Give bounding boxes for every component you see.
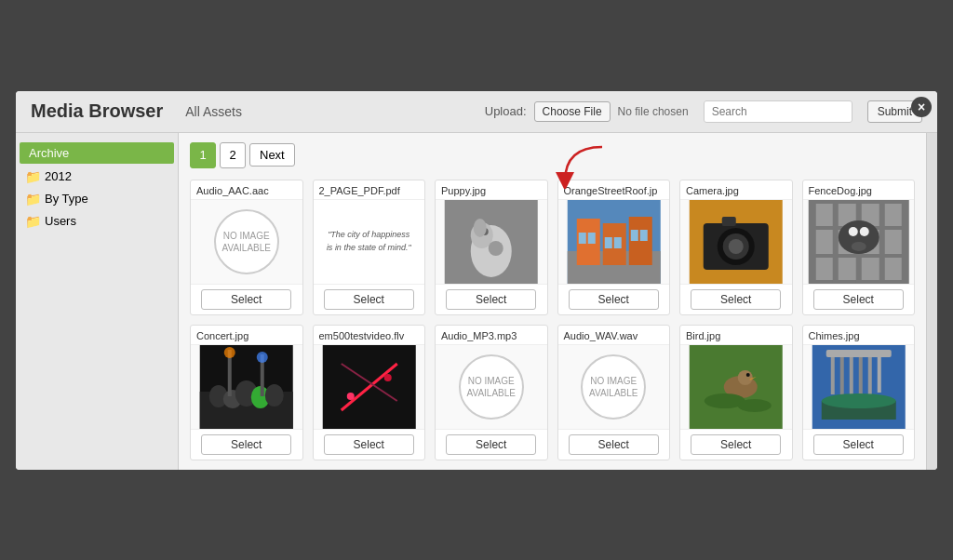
puppy-thumbnail [436, 200, 547, 284]
page-2-button[interactable]: 2 [220, 142, 246, 168]
media-card-thumb-mp3: NO IMAGEAVAILABLE [436, 345, 547, 429]
media-card-bird: Bird.jpg [679, 325, 793, 460]
select-button-mp3[interactable]: Select [446, 434, 536, 455]
svg-point-54 [738, 399, 772, 412]
fencedog-thumbnail [803, 200, 915, 284]
select-button-orangestreet[interactable]: Select [569, 289, 659, 310]
media-card-thumb-camera [680, 200, 792, 284]
upload-section: Upload: Choose File No file chosen [485, 101, 689, 122]
svg-rect-16 [639, 230, 647, 241]
sidebar-item-users-label: Users [45, 214, 76, 228]
svg-point-55 [746, 373, 750, 377]
no-image-placeholder: NO IMAGEAVAILABLE [214, 209, 279, 274]
media-card-name: Audio_AAC.aac [191, 180, 302, 200]
media-card-chimes: Chimes.jpg [802, 325, 916, 460]
scrollbar[interactable] [926, 133, 937, 470]
select-button-puppy[interactable]: Select [446, 289, 536, 310]
select-button-bird[interactable]: Select [691, 434, 781, 455]
svg-point-48 [346, 393, 354, 400]
page-1-button[interactable]: 1 [190, 142, 216, 168]
media-card-select-bird: Select [680, 429, 792, 460]
upload-label: Upload: [485, 104, 527, 118]
media-card-wav: Audio_WAV.wav NO IMAGEAVAILABLE Select [557, 325, 671, 460]
media-card-thumb-puppy [436, 200, 547, 284]
chimes-thumbnail [803, 345, 915, 429]
all-assets-link[interactable]: All Assets [185, 104, 242, 119]
media-card-thumb-bird [680, 345, 792, 429]
select-button-video[interactable]: Select [324, 434, 414, 455]
media-card-name-camera: Camera.jpg [680, 180, 792, 200]
svg-point-40 [265, 384, 284, 407]
media-card-name-fencedog: FenceDog.jpg [803, 180, 915, 200]
media-card-thumb-fencedog [803, 200, 915, 284]
svg-point-65 [821, 393, 895, 408]
no-file-text: No file chosen [618, 105, 689, 118]
modal-body: Archive 📁 2012 📁 By Type 📁 Users [16, 133, 937, 470]
media-card-select-video: Select [314, 429, 425, 460]
search-input[interactable] [704, 100, 852, 123]
media-card-select-wav: Select [558, 429, 670, 460]
media-card-name-orangestreet: OrangeStreetRoof.jp [558, 180, 670, 200]
media-card-audio-aac: Audio_AAC.aac NO IMAGEAVAILABLE Select [190, 180, 303, 315]
close-button[interactable]: × [911, 97, 932, 117]
sidebar: Archive 📁 2012 📁 By Type 📁 Users [16, 133, 179, 470]
media-card-name-video: em500testvideo.flv [314, 326, 425, 345]
no-image-placeholder-wav: NO IMAGEAVAILABLE [581, 354, 646, 420]
media-card-name-mp3: Audio_MP3.mp3 [436, 326, 547, 345]
media-card-select-camera: Select [680, 284, 792, 314]
media-card-select-puppy: Select [436, 284, 547, 314]
media-card-thumb-chimes [803, 345, 915, 429]
media-card-orangestreet: OrangeStreetRoof.jp [557, 180, 671, 315]
no-image-placeholder-mp3: NO IMAGEAVAILABLE [459, 354, 524, 420]
media-card-select-concert: Select [191, 429, 302, 460]
camera-thumbnail [680, 200, 792, 284]
svg-point-33 [851, 242, 866, 251]
svg-point-5 [474, 219, 487, 237]
next-page-button[interactable]: Next [249, 143, 295, 167]
svg-rect-14 [613, 237, 621, 248]
media-card-video: em500testvideo.flv Select [313, 325, 426, 460]
svg-rect-12 [587, 233, 595, 244]
media-browser-modal: × Media Browser All Assets Upload: Choos… [16, 91, 937, 470]
media-card-concert: Concert.jpg [190, 325, 303, 460]
svg-rect-58 [830, 357, 834, 394]
media-card-pdf: 2_PAGE_PDF.pdf "The city of happinessis … [313, 180, 426, 315]
sidebar-item-bytype[interactable]: 📁 By Type [16, 188, 178, 210]
select-button-chimes[interactable]: Select [813, 434, 904, 455]
svg-point-32 [859, 227, 868, 236]
select-button-fencedog[interactable]: Select [813, 289, 904, 310]
choose-file-button[interactable]: Choose File [534, 101, 611, 122]
svg-rect-60 [849, 357, 852, 399]
bird-thumbnail [680, 345, 792, 429]
sidebar-item-bytype-label: By Type [45, 192, 88, 206]
sidebar-item-2012[interactable]: 📁 2012 [16, 166, 178, 188]
svg-rect-13 [604, 237, 611, 248]
media-card-select-mp3: Select [436, 429, 547, 460]
pdf-preview-text: "The city of happinessis in the state of… [327, 229, 411, 254]
sidebar-item-archive[interactable]: Archive [20, 142, 174, 164]
media-card-name-pdf: 2_PAGE_PDF.pdf [314, 180, 425, 200]
select-button-camera[interactable]: Select [691, 289, 781, 310]
svg-point-42 [224, 347, 235, 358]
select-button-wav[interactable]: Select [569, 434, 659, 455]
media-card-thumb-video [314, 345, 425, 429]
svg-rect-57 [825, 350, 891, 357]
svg-point-49 [383, 374, 391, 381]
sidebar-item-users[interactable]: 📁 Users [16, 210, 178, 233]
media-card-name-bird: Bird.jpg [680, 326, 792, 345]
media-card-thumb-pdf: "The city of happinessis in the state of… [314, 200, 425, 284]
video-thumbnail [314, 345, 425, 429]
media-card-name-chimes: Chimes.jpg [803, 326, 915, 345]
orange-thumbnail [558, 200, 670, 284]
main-content: 1 2 Next Audio_AAC.aac NO IMAGEAVAILABLE [179, 133, 926, 470]
media-card-mp3: Audio_MP3.mp3 NO IMAGEAVAILABLE Select [435, 325, 548, 460]
select-button-audio-aac[interactable]: Select [201, 289, 291, 310]
media-grid: Audio_AAC.aac NO IMAGEAVAILABLE Select 2… [190, 180, 915, 460]
select-button-concert[interactable]: Select [201, 434, 291, 455]
folder-icon-bytype: 📁 [25, 192, 41, 207]
media-card-puppy: Puppy.jpg Selec [435, 180, 548, 315]
media-card-thumb-concert [191, 345, 302, 429]
sidebar-item-2012-label: 2012 [45, 169, 72, 183]
media-card-select-chimes: Select [803, 429, 915, 460]
select-button-pdf[interactable]: Select [324, 289, 414, 310]
